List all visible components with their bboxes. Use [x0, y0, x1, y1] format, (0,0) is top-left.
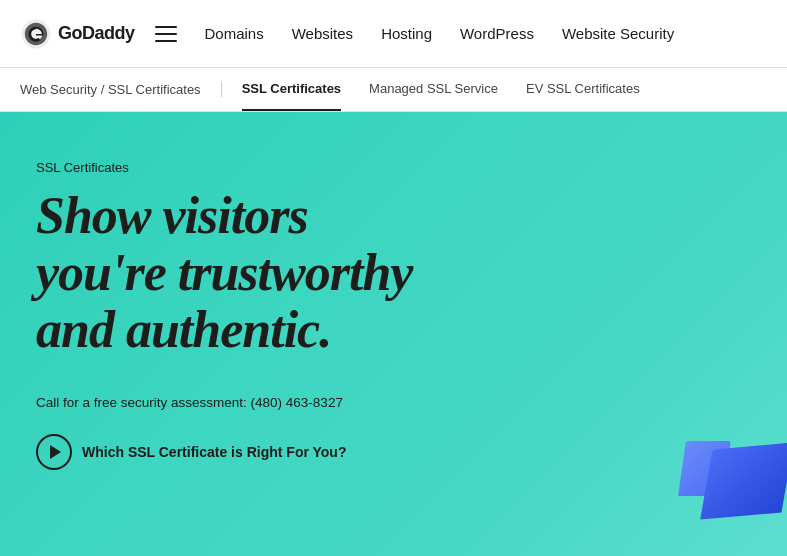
main-nav: Domains Websites Hosting WordPress Websi… — [205, 25, 767, 42]
play-triangle-icon — [50, 445, 61, 459]
hero-headline: Show visitors you're trustworthy and aut… — [36, 187, 516, 359]
hero-headline-line1: Show visitors — [36, 187, 308, 244]
hamburger-line-3 — [155, 40, 177, 42]
tab-managed-ssl[interactable]: Managed SSL Service — [369, 68, 498, 111]
hero-phone-cta: Call for a free security assessment: (48… — [36, 395, 751, 410]
godaddy-logo-icon — [20, 18, 52, 50]
decoration-shape-large — [700, 443, 787, 520]
play-button[interactable] — [36, 434, 72, 470]
nav-item-wordpress[interactable]: WordPress — [460, 25, 534, 42]
hero-label: SSL Certificates — [36, 160, 751, 175]
hamburger-menu-button[interactable] — [151, 22, 181, 46]
nav-item-websites[interactable]: Websites — [292, 25, 353, 42]
tab-ssl-certificates[interactable]: SSL Certificates — [242, 68, 341, 111]
hamburger-line-2 — [155, 33, 177, 35]
logo-wordmark: GoDaddy — [58, 23, 135, 44]
breadcrumb-link[interactable]: Web Security / SSL Certificates — [20, 82, 201, 97]
logo-area: GoDaddy — [20, 18, 181, 50]
hero-headline-line3: and authentic. — [36, 301, 331, 358]
video-cta-link[interactable]: Which SSL Certificate is Right For You? — [36, 434, 751, 470]
hero-section: SSL Certificates Show visitors you're tr… — [0, 112, 787, 556]
hero-decoration — [667, 416, 787, 516]
hamburger-line-1 — [155, 26, 177, 28]
godaddy-logo[interactable]: GoDaddy — [20, 18, 135, 50]
site-header: GoDaddy Domains Websites Hosting WordPre… — [0, 0, 787, 68]
breadcrumb: Web Security / SSL Certificates — [20, 82, 222, 97]
subnav-bar: Web Security / SSL Certificates SSL Cert… — [0, 68, 787, 112]
video-cta-label: Which SSL Certificate is Right For You? — [82, 444, 346, 460]
subnav-tabs: SSL Certificates Managed SSL Service EV … — [242, 68, 640, 111]
nav-item-domains[interactable]: Domains — [205, 25, 264, 42]
nav-item-hosting[interactable]: Hosting — [381, 25, 432, 42]
tab-ev-ssl[interactable]: EV SSL Certificates — [526, 68, 640, 111]
hero-headline-line2: you're trustworthy — [36, 244, 412, 301]
nav-item-website-security[interactable]: Website Security — [562, 25, 674, 42]
